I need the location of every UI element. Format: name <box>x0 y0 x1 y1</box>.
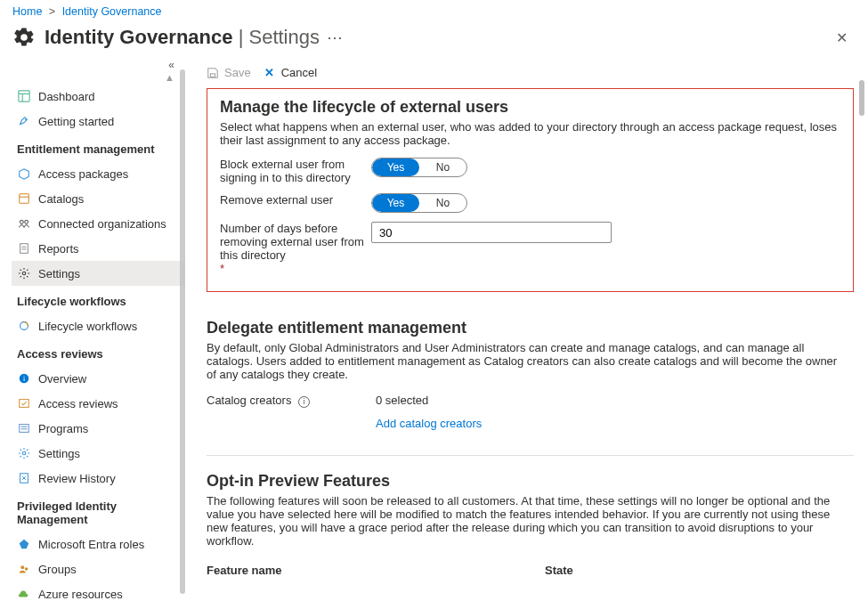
block-user-toggle[interactable]: Yes No <box>371 158 467 177</box>
review-icon <box>17 396 31 410</box>
sidebar-item-label: Connected organizations <box>38 217 166 231</box>
svg-rect-11 <box>20 425 29 433</box>
toggle-yes[interactable]: Yes <box>372 194 419 212</box>
days-label: Number of days before removing external … <box>220 222 371 275</box>
info-icon[interactable]: i <box>298 396 310 408</box>
toggle-yes[interactable]: Yes <box>372 158 419 176</box>
package-icon <box>17 166 31 181</box>
svg-point-6 <box>22 272 26 275</box>
sidebar-section-lifecycle: Lifecycle workflows <box>12 286 185 313</box>
breadcrumb-identity-governance[interactable]: Identity Governance <box>62 5 162 18</box>
svg-rect-10 <box>20 400 29 408</box>
gear-icon <box>17 266 31 280</box>
svg-point-1 <box>25 118 27 120</box>
sidebar-item-label: Lifecycle workflows <box>38 320 137 333</box>
svg-point-14 <box>20 565 24 569</box>
sidebar-item-access-reviews[interactable]: Access reviews <box>12 391 185 416</box>
sidebar-item-catalogs[interactable]: Catalogs <box>12 186 185 211</box>
delegate-title: Delegate entitlement management <box>207 319 854 337</box>
sidebar-item-label: Access reviews <box>38 397 118 410</box>
collapse-icon[interactable]: « <box>168 61 174 71</box>
sidebar-item-access-packages[interactable]: Access packages <box>12 161 185 186</box>
sidebar-item-programs[interactable]: Programs <box>12 416 185 441</box>
cancel-button[interactable]: ✕ Cancel <box>264 66 317 79</box>
add-catalog-creators-link[interactable]: Add catalog creators <box>376 417 482 430</box>
sidebar-item-review-history[interactable]: Review History <box>12 466 185 491</box>
sidebar-item-label: Azure resources <box>38 588 123 601</box>
toolbar: Save ✕ Cancel <box>207 61 854 88</box>
remove-user-toggle[interactable]: Yes No <box>371 193 467 213</box>
main-content: Save ✕ Cancel Manage the lifecycle of ex… <box>185 61 868 601</box>
svg-point-15 <box>25 567 28 571</box>
sidebar-item-ar-settings[interactable]: Settings <box>12 441 185 466</box>
sidebar-item-label: Settings <box>38 267 80 280</box>
page-title: Identity Governance | Settings <box>45 26 320 49</box>
breadcrumb: Home > Identity Governance <box>0 0 868 21</box>
rocket-icon <box>17 114 31 128</box>
gear-icon <box>12 26 36 49</box>
sidebar-section-pim: Privileged Identity Management <box>12 491 185 532</box>
sidebar-item-label: Programs <box>38 422 88 435</box>
info-icon: i <box>17 371 31 386</box>
sidebar-item-label: Access packages <box>38 167 128 181</box>
close-icon[interactable]: ✕ <box>827 23 856 52</box>
workflow-icon <box>17 319 31 333</box>
sidebar-section-entitlement: Entitlement management <box>12 134 185 161</box>
save-button[interactable]: Save <box>207 66 251 79</box>
sidebar-section-access-reviews: Access reviews <box>12 338 185 366</box>
page-header: Identity Governance | Settings ⋯ ✕ <box>0 21 868 61</box>
sidebar-item-label: Microsoft Entra roles <box>38 538 144 551</box>
sidebar-item-reports[interactable]: Reports <box>12 236 185 261</box>
toggle-no[interactable]: No <box>419 158 466 176</box>
save-icon <box>207 67 219 79</box>
sidebar: «▲ Dashboard Getting started Entitlement… <box>3 61 185 601</box>
sidebar-item-getting-started[interactable]: Getting started <box>12 109 185 134</box>
svg-rect-2 <box>20 194 29 204</box>
svg-point-4 <box>25 220 28 223</box>
programs-icon <box>17 421 31 435</box>
remove-user-label: Remove external user <box>220 193 371 207</box>
sidebar-item-lifecycle-workflows[interactable]: Lifecycle workflows <box>12 313 185 338</box>
sidebar-item-overview[interactable]: i Overview <box>12 366 185 391</box>
col-feature-name: Feature name <box>207 564 545 577</box>
sidebar-item-label: Overview <box>38 372 86 386</box>
lifecycle-section: Manage the lifecycle of external users S… <box>207 88 854 292</box>
catalog-icon <box>17 191 31 206</box>
catalog-creators-value: 0 selected <box>376 394 428 407</box>
more-icon[interactable]: ⋯ <box>327 28 344 47</box>
col-state: State <box>545 564 573 577</box>
sidebar-item-label: Getting started <box>38 115 114 128</box>
reports-icon <box>17 241 31 256</box>
optin-table-header: Feature name State <box>207 564 854 577</box>
sidebar-item-label: Dashboard <box>38 90 95 103</box>
breadcrumb-sep: > <box>49 5 55 18</box>
delegate-desc: By default, only Global Administrators a… <box>207 341 848 381</box>
gear-icon <box>17 446 31 460</box>
toggle-no[interactable]: No <box>419 194 466 212</box>
svg-point-3 <box>20 220 23 223</box>
sidebar-item-dashboard[interactable]: Dashboard <box>12 84 185 109</box>
sidebar-item-label: Settings <box>38 447 80 460</box>
sidebar-item-groups[interactable]: Groups <box>12 556 185 581</box>
sidebar-item-azure-resources[interactable]: Azure resources <box>12 581 185 601</box>
svg-rect-5 <box>20 244 28 254</box>
svg-rect-0 <box>19 91 29 102</box>
azure-icon <box>17 587 31 601</box>
history-icon <box>17 471 31 485</box>
sidebar-item-label: Reports <box>38 242 79 256</box>
days-input[interactable] <box>371 222 612 243</box>
sidebar-item-label: Groups <box>38 563 77 576</box>
breadcrumb-home[interactable]: Home <box>12 5 42 18</box>
svg-point-12 <box>22 451 26 455</box>
sidebar-item-connected-orgs[interactable]: Connected organizations <box>12 211 185 236</box>
sidebar-item-entra-roles[interactable]: Microsoft Entra roles <box>12 532 185 556</box>
sidebar-item-settings[interactable]: Settings <box>12 261 185 286</box>
scroll-up-icon[interactable]: ▲ <box>165 72 174 83</box>
dashboard-icon <box>17 89 31 103</box>
lifecycle-title: Manage the lifecycle of external users <box>220 98 840 117</box>
entra-icon <box>17 537 31 551</box>
lifecycle-desc: Select what happens when an external use… <box>220 120 840 147</box>
block-user-label: Block external user from signing in to t… <box>220 158 371 184</box>
optin-title: Opt-in Preview Features <box>207 472 854 491</box>
sidebar-item-label: Review History <box>38 472 116 485</box>
